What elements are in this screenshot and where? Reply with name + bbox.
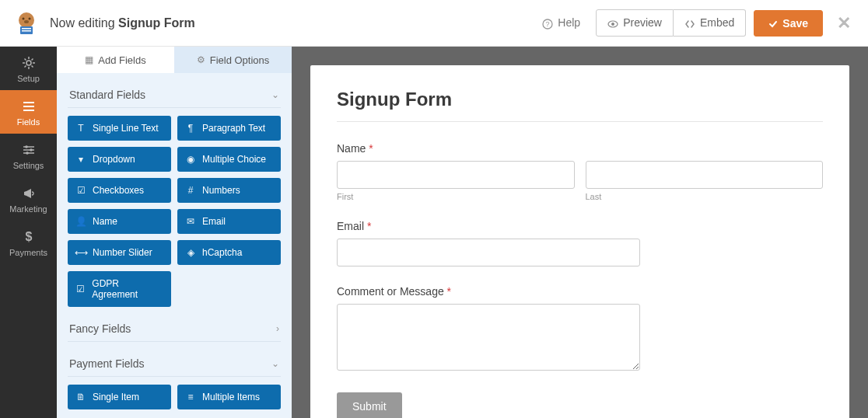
paragraph-icon: ¶ bbox=[185, 123, 196, 134]
rail-fields[interactable]: Fields bbox=[0, 90, 57, 134]
group-fancy-header[interactable]: Fancy Fields › bbox=[68, 316, 281, 342]
last-name-input[interactable] bbox=[586, 161, 824, 189]
svg-rect-12 bbox=[23, 102, 34, 103]
form-canvas[interactable]: Signup Form Name * First Last Email * bbox=[292, 47, 868, 418]
svg-rect-14 bbox=[23, 110, 34, 111]
chevron-down-icon: ⌄ bbox=[271, 89, 279, 100]
field-checkboxes[interactable]: ☑Checkboxes bbox=[68, 178, 171, 203]
submit-button[interactable]: Submit bbox=[337, 392, 402, 418]
doc-icon: 🗎 bbox=[75, 392, 86, 402]
svg-point-10 bbox=[611, 23, 614, 26]
user-icon: 👤 bbox=[75, 216, 86, 227]
last-sublabel: Last bbox=[586, 192, 824, 201]
comment-textarea[interactable] bbox=[337, 304, 640, 371]
svg-text:$: $ bbox=[25, 230, 32, 243]
field-single-item[interactable]: 🗎Single Item bbox=[68, 385, 171, 409]
list-icon: ≡ bbox=[185, 392, 196, 402]
sliders-icon: ⚙ bbox=[197, 54, 205, 65]
eye-icon bbox=[607, 16, 618, 29]
sliders-icon bbox=[22, 141, 36, 158]
close-button[interactable]: ✕ bbox=[831, 13, 857, 33]
chevron-down-icon: ⌄ bbox=[271, 358, 279, 369]
help-icon: ? bbox=[542, 16, 553, 29]
mail-icon: ✉ bbox=[185, 216, 196, 227]
check-square-icon: ☑ bbox=[75, 284, 86, 294]
field-paragraph-text[interactable]: ¶Paragraph Text bbox=[177, 116, 281, 141]
svg-point-17 bbox=[26, 152, 29, 155]
name-label: Name * bbox=[337, 142, 823, 155]
first-sublabel: First bbox=[337, 192, 575, 201]
preview-button[interactable]: Preview bbox=[596, 9, 674, 36]
field-dropdown[interactable]: ▾Dropdown bbox=[68, 147, 171, 172]
form-field-name[interactable]: Name * First Last bbox=[337, 142, 823, 201]
slider-icon: ⟷ bbox=[75, 247, 86, 258]
field-email[interactable]: ✉Email bbox=[177, 209, 281, 234]
group-standard-header[interactable]: Standard Fields ⌄ bbox=[68, 82, 281, 108]
tab-add-fields[interactable]: ▦ Add Fields bbox=[57, 47, 174, 73]
save-button[interactable]: Save bbox=[754, 10, 823, 37]
svg-point-16 bbox=[30, 148, 33, 152]
svg-point-11 bbox=[26, 61, 31, 65]
field-name[interactable]: 👤Name bbox=[68, 209, 171, 234]
list-icon bbox=[22, 98, 36, 114]
svg-point-1 bbox=[23, 17, 25, 19]
svg-point-15 bbox=[25, 145, 28, 148]
email-label: Email * bbox=[337, 220, 823, 232]
hash-icon: # bbox=[185, 185, 196, 196]
preview-embed-group: Preview Embed bbox=[596, 9, 746, 36]
form-field-comment[interactable]: Comment or Message * bbox=[337, 285, 823, 374]
rail-marketing[interactable]: Marketing bbox=[0, 177, 57, 221]
field-hcaptcha[interactable]: ◈hCaptcha bbox=[177, 240, 281, 265]
app-logo bbox=[11, 8, 42, 39]
radio-icon: ◉ bbox=[185, 154, 196, 165]
chevron-right-icon: › bbox=[276, 323, 279, 334]
field-gdpr-agreement[interactable]: ☑GDPR Agreement bbox=[68, 271, 171, 307]
shield-icon: ◈ bbox=[185, 247, 196, 258]
rail-payments[interactable]: $ Payments bbox=[0, 221, 57, 264]
field-multiple-choice[interactable]: ◉Multiple Choice bbox=[177, 147, 281, 172]
panel-tabs: ▦ Add Fields ⚙ Field Options bbox=[57, 47, 292, 73]
grid-icon: ▦ bbox=[85, 54, 93, 65]
svg-rect-13 bbox=[23, 106, 34, 107]
caret-down-icon: ▾ bbox=[75, 154, 86, 165]
panel-scroll[interactable]: Standard Fields ⌄ TSingle Line Text ¶Par… bbox=[57, 73, 292, 418]
form-preview: Signup Form Name * First Last Email * bbox=[310, 65, 849, 418]
rail-setup[interactable]: Setup bbox=[0, 47, 57, 90]
field-single-line-text[interactable]: TSingle Line Text bbox=[68, 116, 171, 141]
field-number-slider[interactable]: ⟷Number Slider bbox=[68, 240, 171, 265]
svg-text:?: ? bbox=[546, 20, 550, 28]
field-numbers[interactable]: #Numbers bbox=[177, 178, 281, 203]
svg-point-2 bbox=[29, 17, 31, 19]
email-input[interactable] bbox=[337, 239, 640, 266]
nav-rail: Setup Fields Settings Marketing $ Paymen… bbox=[0, 47, 57, 418]
megaphone-icon bbox=[22, 185, 36, 201]
check-icon: ☑ bbox=[75, 185, 86, 196]
help-link[interactable]: ? Help bbox=[534, 12, 588, 33]
svg-rect-5 bbox=[22, 28, 31, 30]
form-field-email[interactable]: Email * bbox=[337, 220, 823, 266]
gear-icon bbox=[22, 54, 36, 71]
editing-label: Now editing Signup Form bbox=[50, 16, 195, 30]
dollar-icon: $ bbox=[22, 228, 36, 245]
rail-settings[interactable]: Settings bbox=[0, 134, 57, 177]
comment-label: Comment or Message * bbox=[337, 285, 823, 298]
workspace: Setup Fields Settings Marketing $ Paymen… bbox=[0, 47, 868, 418]
embed-button[interactable]: Embed bbox=[674, 9, 746, 36]
group-payment-header[interactable]: Payment Fields ⌄ bbox=[68, 351, 281, 377]
first-name-input[interactable] bbox=[337, 161, 575, 189]
code-icon bbox=[684, 16, 695, 29]
check-icon bbox=[768, 17, 778, 30]
fields-panel: ▦ Add Fields ⚙ Field Options Standard Fi… bbox=[57, 47, 292, 418]
form-title: Signup Form bbox=[337, 89, 823, 122]
standard-fields-grid: TSingle Line Text ¶Paragraph Text ▾Dropd… bbox=[68, 116, 281, 307]
topbar: Now editing Signup Form ? Help Preview E… bbox=[0, 0, 868, 47]
payment-fields-grid: 🗎Single Item ≡Multiple Items bbox=[68, 385, 281, 409]
svg-point-3 bbox=[24, 20, 29, 23]
text-icon: T bbox=[75, 123, 86, 134]
tab-field-options[interactable]: ⚙ Field Options bbox=[174, 47, 292, 73]
field-multiple-items[interactable]: ≡Multiple Items bbox=[177, 385, 281, 409]
svg-rect-6 bbox=[22, 30, 31, 32]
